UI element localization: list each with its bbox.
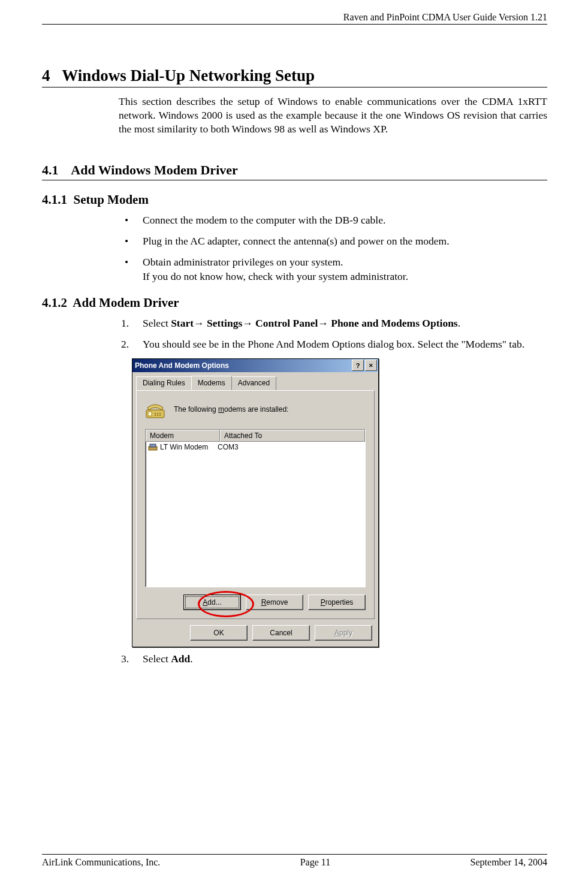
page-footer: AirLink Communications, Inc. Page 11 Sep… <box>42 854 547 868</box>
dialog-footer: OK Cancel Apply <box>132 623 378 647</box>
modem-port: COM3 <box>218 443 365 451</box>
subsection-number: 4.1 <box>42 162 59 177</box>
modem-listview[interactable]: Modem Attached To LT Win Modem COM3 <box>145 429 366 587</box>
ok-button[interactable]: OK <box>190 625 248 641</box>
svg-point-5 <box>155 415 156 416</box>
tabs-row: Dialing Rules Modems Advanced <box>132 372 378 390</box>
list-item: Select Start→ Settings→ Control Panel→ P… <box>119 316 547 330</box>
svg-point-3 <box>157 413 158 414</box>
footer-right: September 14, 2004 <box>471 857 547 868</box>
footer-center: Page 11 <box>300 857 331 868</box>
remove-button[interactable]: Remove <box>246 595 303 610</box>
footer-rule <box>42 854 547 855</box>
apply-button[interactable]: Apply <box>315 625 372 641</box>
table-row[interactable]: LT Win Modem COM3 <box>146 442 365 452</box>
properties-button[interactable]: Properties <box>308 595 366 610</box>
list-item: Plug in the AC adapter, connect the ante… <box>119 234 547 248</box>
phone-modem-icon <box>145 399 165 420</box>
window-title: Phone And Modem Options <box>135 361 351 370</box>
close-icon: ✕ <box>369 363 373 369</box>
add-button[interactable]: Add... <box>183 595 241 610</box>
column-modem[interactable]: Modem <box>146 430 220 442</box>
cancel-button[interactable]: Cancel <box>252 625 310 641</box>
svg-point-6 <box>157 415 158 416</box>
phone-modem-dialog: Phone And Modem Options ? ✕ Dialing Rule… <box>132 358 379 647</box>
titlebar: Phone And Modem Options ? ✕ <box>132 359 378 372</box>
svg-point-7 <box>159 415 161 416</box>
svg-point-2 <box>155 413 156 414</box>
subsub-heading-a: 4.1.1 Setup Modem <box>42 192 547 207</box>
tab-body: The following modems are installed: Mode… <box>136 390 375 619</box>
subsection-heading: 4.1 Add Windows Modem Driver <box>42 162 547 180</box>
section-heading: 4 Windows Dial-Up Networking Setup <box>42 67 547 88</box>
ordered-steps-continued: Select Add. <box>119 652 547 666</box>
column-attached-to[interactable]: Attached To <box>220 430 365 442</box>
bullet-list: Connect the modem to the computer with t… <box>119 213 547 283</box>
modem-name: LT Win Modem <box>160 443 208 451</box>
svg-rect-9 <box>150 444 156 447</box>
subsub-number-a: 4.1.1 <box>42 192 67 207</box>
running-header: Raven and PinPoint CDMA User Guide Versi… <box>42 12 547 23</box>
help-button[interactable]: ? <box>352 360 364 371</box>
help-icon: ? <box>356 362 360 369</box>
modem-icon <box>148 443 158 451</box>
dialog-screenshot: Phone And Modem Options ? ✕ Dialing Rule… <box>132 358 379 647</box>
list-item: Select Add. <box>119 652 547 666</box>
subsection-title: Add Windows Modem Driver <box>71 162 237 177</box>
info-text: The following modems are installed: <box>174 405 288 414</box>
tab-dialing-rules[interactable]: Dialing Rules <box>136 376 192 391</box>
subsub-number-b: 4.1.2 <box>42 295 67 310</box>
subsub-title-a: Setup Modem <box>74 192 149 207</box>
svg-point-4 <box>159 413 161 414</box>
subsub-title-b: Add Modem Driver <box>73 295 179 310</box>
subsub-heading-b: 4.1.2 Add Modem Driver <box>42 295 547 310</box>
list-item: Obtain administrator privileges on your … <box>119 255 547 283</box>
list-item: You should see be in the Phone And Modem… <box>119 337 547 351</box>
tab-advanced[interactable]: Advanced <box>231 376 276 391</box>
footer-left: AirLink Communications, Inc. <box>42 857 160 868</box>
tab-modems[interactable]: Modems <box>191 376 232 390</box>
listview-header: Modem Attached To <box>146 430 365 442</box>
close-button[interactable]: ✕ <box>365 360 377 371</box>
header-rule <box>42 24 547 25</box>
section-title: Windows Dial-Up Networking Setup <box>62 67 315 85</box>
svg-rect-1 <box>148 412 152 416</box>
section-number: 4 <box>42 67 50 85</box>
ordered-steps: Select Start→ Settings→ Control Panel→ P… <box>119 316 547 351</box>
intro-paragraph: This section describes the setup of Wind… <box>119 95 547 136</box>
list-item: Connect the modem to the computer with t… <box>119 213 547 227</box>
